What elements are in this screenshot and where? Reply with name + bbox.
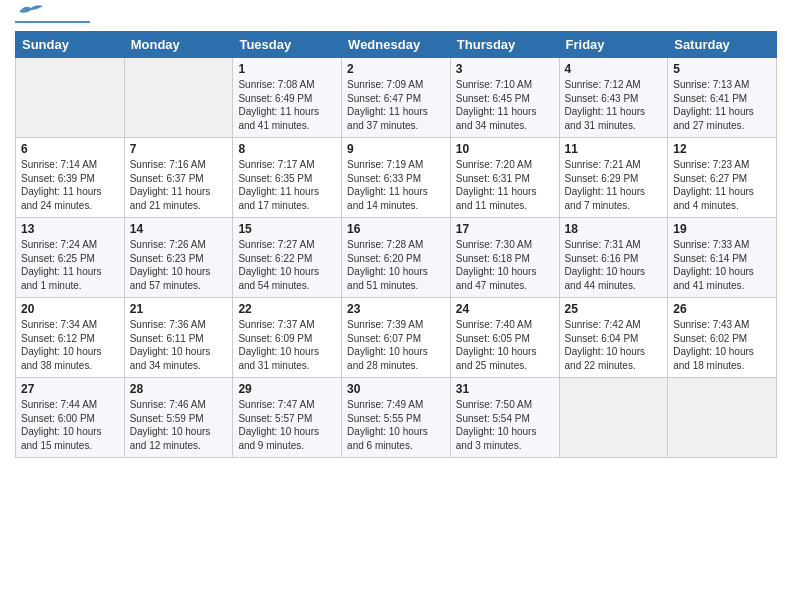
day-info: Sunrise: 7:33 AM Sunset: 6:14 PM Dayligh… [673,238,771,292]
day-number: 8 [238,142,336,156]
day-cell: 4Sunrise: 7:12 AM Sunset: 6:43 PM Daylig… [559,58,668,138]
day-number: 3 [456,62,554,76]
day-info: Sunrise: 7:44 AM Sunset: 6:00 PM Dayligh… [21,398,119,452]
day-info: Sunrise: 7:23 AM Sunset: 6:27 PM Dayligh… [673,158,771,212]
day-info: Sunrise: 7:16 AM Sunset: 6:37 PM Dayligh… [130,158,228,212]
day-cell: 5Sunrise: 7:13 AM Sunset: 6:41 PM Daylig… [668,58,777,138]
day-number: 6 [21,142,119,156]
day-number: 21 [130,302,228,316]
day-cell: 3Sunrise: 7:10 AM Sunset: 6:45 PM Daylig… [450,58,559,138]
day-cell: 20Sunrise: 7:34 AM Sunset: 6:12 PM Dayli… [16,298,125,378]
day-number: 7 [130,142,228,156]
header-row: SundayMondayTuesdayWednesdayThursdayFrid… [16,32,777,58]
day-number: 29 [238,382,336,396]
day-number: 22 [238,302,336,316]
day-info: Sunrise: 7:39 AM Sunset: 6:07 PM Dayligh… [347,318,445,372]
day-cell: 12Sunrise: 7:23 AM Sunset: 6:27 PM Dayli… [668,138,777,218]
day-info: Sunrise: 7:49 AM Sunset: 5:55 PM Dayligh… [347,398,445,452]
day-cell: 28Sunrise: 7:46 AM Sunset: 5:59 PM Dayli… [124,378,233,458]
day-info: Sunrise: 7:10 AM Sunset: 6:45 PM Dayligh… [456,78,554,132]
day-cell: 8Sunrise: 7:17 AM Sunset: 6:35 PM Daylig… [233,138,342,218]
day-cell: 11Sunrise: 7:21 AM Sunset: 6:29 PM Dayli… [559,138,668,218]
day-cell: 17Sunrise: 7:30 AM Sunset: 6:18 PM Dayli… [450,218,559,298]
day-number: 17 [456,222,554,236]
col-header-friday: Friday [559,32,668,58]
day-info: Sunrise: 7:43 AM Sunset: 6:02 PM Dayligh… [673,318,771,372]
day-cell: 21Sunrise: 7:36 AM Sunset: 6:11 PM Dayli… [124,298,233,378]
day-info: Sunrise: 7:12 AM Sunset: 6:43 PM Dayligh… [565,78,663,132]
day-cell: 24Sunrise: 7:40 AM Sunset: 6:05 PM Dayli… [450,298,559,378]
col-header-saturday: Saturday [668,32,777,58]
logo-underline [15,21,90,23]
day-cell: 30Sunrise: 7:49 AM Sunset: 5:55 PM Dayli… [342,378,451,458]
day-cell: 29Sunrise: 7:47 AM Sunset: 5:57 PM Dayli… [233,378,342,458]
day-cell: 26Sunrise: 7:43 AM Sunset: 6:02 PM Dayli… [668,298,777,378]
day-cell: 18Sunrise: 7:31 AM Sunset: 6:16 PM Dayli… [559,218,668,298]
week-row-1: 1Sunrise: 7:08 AM Sunset: 6:49 PM Daylig… [16,58,777,138]
day-info: Sunrise: 7:31 AM Sunset: 6:16 PM Dayligh… [565,238,663,292]
day-cell [668,378,777,458]
col-header-monday: Monday [124,32,233,58]
day-cell: 15Sunrise: 7:27 AM Sunset: 6:22 PM Dayli… [233,218,342,298]
day-number: 26 [673,302,771,316]
day-number: 14 [130,222,228,236]
day-number: 27 [21,382,119,396]
day-cell: 19Sunrise: 7:33 AM Sunset: 6:14 PM Dayli… [668,218,777,298]
day-cell: 14Sunrise: 7:26 AM Sunset: 6:23 PM Dayli… [124,218,233,298]
day-info: Sunrise: 7:50 AM Sunset: 5:54 PM Dayligh… [456,398,554,452]
day-info: Sunrise: 7:28 AM Sunset: 6:20 PM Dayligh… [347,238,445,292]
day-cell: 16Sunrise: 7:28 AM Sunset: 6:20 PM Dayli… [342,218,451,298]
calendar-table: SundayMondayTuesdayWednesdayThursdayFrid… [15,31,777,458]
page-container: SundayMondayTuesdayWednesdayThursdayFrid… [0,0,792,468]
day-info: Sunrise: 7:08 AM Sunset: 6:49 PM Dayligh… [238,78,336,132]
day-info: Sunrise: 7:36 AM Sunset: 6:11 PM Dayligh… [130,318,228,372]
day-number: 5 [673,62,771,76]
day-cell: 22Sunrise: 7:37 AM Sunset: 6:09 PM Dayli… [233,298,342,378]
day-info: Sunrise: 7:24 AM Sunset: 6:25 PM Dayligh… [21,238,119,292]
day-number: 30 [347,382,445,396]
col-header-tuesday: Tuesday [233,32,342,58]
day-info: Sunrise: 7:46 AM Sunset: 5:59 PM Dayligh… [130,398,228,452]
day-cell: 1Sunrise: 7:08 AM Sunset: 6:49 PM Daylig… [233,58,342,138]
week-row-2: 6Sunrise: 7:14 AM Sunset: 6:39 PM Daylig… [16,138,777,218]
day-info: Sunrise: 7:21 AM Sunset: 6:29 PM Dayligh… [565,158,663,212]
day-info: Sunrise: 7:30 AM Sunset: 6:18 PM Dayligh… [456,238,554,292]
day-number: 1 [238,62,336,76]
day-number: 9 [347,142,445,156]
day-cell: 23Sunrise: 7:39 AM Sunset: 6:07 PM Dayli… [342,298,451,378]
day-number: 20 [21,302,119,316]
day-number: 23 [347,302,445,316]
day-number: 10 [456,142,554,156]
day-number: 18 [565,222,663,236]
day-cell: 27Sunrise: 7:44 AM Sunset: 6:00 PM Dayli… [16,378,125,458]
day-cell: 9Sunrise: 7:19 AM Sunset: 6:33 PM Daylig… [342,138,451,218]
day-cell [16,58,125,138]
day-cell: 7Sunrise: 7:16 AM Sunset: 6:37 PM Daylig… [124,138,233,218]
day-info: Sunrise: 7:13 AM Sunset: 6:41 PM Dayligh… [673,78,771,132]
day-info: Sunrise: 7:42 AM Sunset: 6:04 PM Dayligh… [565,318,663,372]
day-number: 13 [21,222,119,236]
day-info: Sunrise: 7:17 AM Sunset: 6:35 PM Dayligh… [238,158,336,212]
col-header-thursday: Thursday [450,32,559,58]
day-info: Sunrise: 7:34 AM Sunset: 6:12 PM Dayligh… [21,318,119,372]
header [15,10,777,23]
day-info: Sunrise: 7:09 AM Sunset: 6:47 PM Dayligh… [347,78,445,132]
day-info: Sunrise: 7:20 AM Sunset: 6:31 PM Dayligh… [456,158,554,212]
day-info: Sunrise: 7:14 AM Sunset: 6:39 PM Dayligh… [21,158,119,212]
day-cell: 13Sunrise: 7:24 AM Sunset: 6:25 PM Dayli… [16,218,125,298]
day-number: 12 [673,142,771,156]
week-row-5: 27Sunrise: 7:44 AM Sunset: 6:00 PM Dayli… [16,378,777,458]
logo [15,10,90,23]
day-cell: 10Sunrise: 7:20 AM Sunset: 6:31 PM Dayli… [450,138,559,218]
day-info: Sunrise: 7:47 AM Sunset: 5:57 PM Dayligh… [238,398,336,452]
day-number: 2 [347,62,445,76]
day-number: 25 [565,302,663,316]
day-info: Sunrise: 7:27 AM Sunset: 6:22 PM Dayligh… [238,238,336,292]
day-number: 28 [130,382,228,396]
day-number: 16 [347,222,445,236]
day-number: 24 [456,302,554,316]
day-number: 4 [565,62,663,76]
col-header-sunday: Sunday [16,32,125,58]
day-cell [124,58,233,138]
day-info: Sunrise: 7:19 AM Sunset: 6:33 PM Dayligh… [347,158,445,212]
